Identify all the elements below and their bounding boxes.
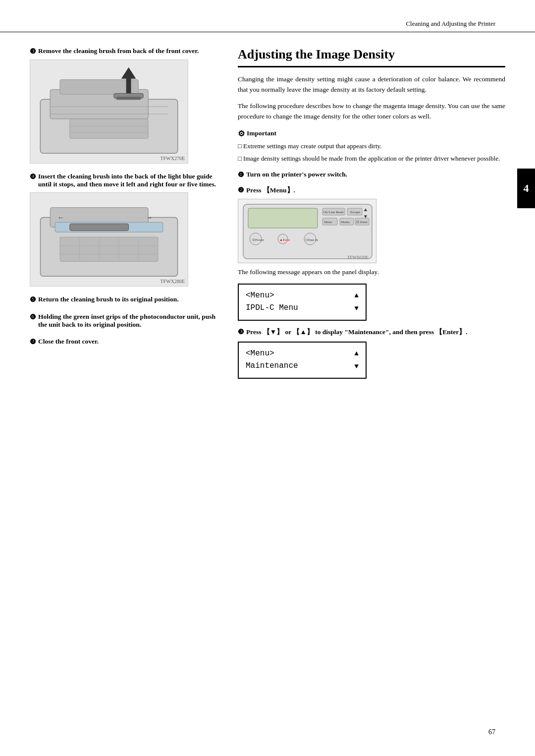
page-number: 67 [488, 728, 495, 736]
svg-rect-5 [116, 97, 141, 100]
svg-text:←: ← [57, 214, 64, 221]
important-item-1: Extreme settings may create output that … [238, 141, 505, 151]
lcd2-line-1: <Menu> ▲ [246, 348, 359, 360]
left-column: ❸ Remove the cleaning brush from back of… [30, 47, 218, 386]
right-step-1-header: ❶ Turn on the printer's power switch. [238, 171, 505, 179]
svg-rect-8 [70, 119, 148, 139]
svg-rect-25 [248, 208, 318, 228]
svg-text:Media: Media [341, 220, 350, 224]
right-step-2: ❷ Press 【Menu】. On·Line Reset Escape [238, 186, 505, 321]
right-step-3-text: Press 【▼】 or 【▲】 to display "Maintenance… [246, 328, 468, 337]
chapter-tab: 4 [517, 169, 535, 208]
left-step-7: ❼ Close the front cover. [30, 338, 218, 346]
right-step-1-text: Turn on the printer's power switch. [246, 171, 347, 179]
lcd2-line1-text: <Menu> [246, 348, 274, 360]
step-4-header: ❹ Insert the cleaning brush into the bac… [30, 173, 218, 188]
lcd-line-2: IPDL-C Menu ▼ [246, 302, 359, 315]
lcd1-line1-icon: ▲ [355, 290, 359, 301]
svg-text:→: → [146, 214, 153, 221]
step-7-header: ❼ Close the front cover. [30, 338, 218, 346]
panel-image: On·Line Reset Escape ▲ Menu Media ⊡ Ente… [238, 199, 376, 263]
right-step-3-num: ❸ [238, 328, 244, 337]
svg-text:TFWS020E: TFWS020E [347, 255, 369, 260]
step-3-header: ❸ Remove the cleaning brush from back of… [30, 47, 218, 56]
important-title: ⚙ Important [238, 129, 505, 138]
right-step-1-num: ❶ [238, 171, 244, 179]
step-3-image: TFWX270E [30, 59, 188, 164]
svg-text:◇Data In: ◇Data In [305, 238, 318, 242]
chapter-number: 4 [524, 182, 529, 195]
lcd2-line2-icon: ▼ [355, 361, 359, 372]
important-title-text: Important [247, 129, 276, 137]
right-step-3: ❸ Press 【▼】 or 【▲】 to display "Maintenan… [238, 328, 505, 379]
svg-text:On·Line Reset: On·Line Reset [323, 210, 343, 214]
important-box: ⚙ Important Extreme settings may create … [238, 129, 505, 164]
step-7-num: ❼ [30, 338, 36, 346]
right-step-2-num: ❷ [238, 186, 244, 195]
lcd1-line2-icon: ▼ [355, 303, 359, 314]
left-step-3: ❸ Remove the cleaning brush from back of… [30, 47, 218, 164]
right-column: Adjusting the Image Density Changing the… [238, 47, 505, 386]
svg-text:▲: ▲ [363, 207, 368, 212]
lcd2-line2-text: Maintenance [246, 360, 298, 373]
step-6-num: ❻ [30, 313, 36, 329]
step-5-num: ❺ [30, 295, 36, 304]
svg-rect-17 [60, 237, 158, 261]
step-4-image: ← → TFWX280E [30, 192, 188, 287]
lcd-line-1: <Menu> ▲ [246, 290, 359, 302]
step-3-text: Remove the cleaning brush from back of t… [38, 47, 199, 56]
right-step-1: ❶ Turn on the printer's power switch. [238, 171, 505, 179]
right-step-2-after-text: The following message appears on the pan… [238, 267, 505, 278]
lcd-display-2: <Menu> ▲ Maintenance ▼ [238, 342, 367, 379]
left-step-4: ❹ Insert the cleaning brush into the bac… [30, 173, 218, 287]
important-item-2: Image density settings should be made fr… [238, 154, 505, 164]
step-6-header: ❻ Holding the green inset grips of the p… [30, 313, 218, 329]
lcd1-line1-text: <Menu> [246, 290, 274, 302]
lcd2-line-2: Maintenance ▼ [246, 360, 359, 373]
right-step-2-text: Press 【Menu】. [246, 186, 295, 195]
important-icon: ⚙ [238, 129, 245, 138]
right-step-2-header: ❷ Press 【Menu】. [238, 186, 505, 195]
page-container: Cleaning and Adjusting the Printer 4 ❸ R… [0, 0, 535, 756]
svg-text:Escape: Escape [350, 210, 360, 214]
svg-text:Menu: Menu [324, 220, 332, 224]
svg-text:⊡ Enter: ⊡ Enter [356, 220, 368, 224]
left-step-5: ❺ Return the cleaning brush to its origi… [30, 295, 218, 304]
header-text: Cleaning and Adjusting the Printer [406, 20, 495, 27]
lcd1-line2-text: IPDL-C Menu [246, 302, 298, 315]
svg-text:⊙Power: ⊙Power [252, 238, 265, 242]
lcd-display-1: <Menu> ▲ IPDL-C Menu ▼ [238, 284, 367, 321]
right-step-3-header: ❸ Press 【▼】 or 【▲】 to display "Maintenan… [238, 328, 505, 337]
step-3-num: ❸ [30, 47, 36, 56]
intro-para-1: Changing the image density setting might… [238, 74, 505, 95]
step-5-header: ❺ Return the cleaning brush to its origi… [30, 295, 218, 304]
step-7-text: Close the front cover. [38, 338, 99, 346]
section-title: Adjusting the Image Density [238, 47, 505, 67]
left-step-6: ❻ Holding the green inset grips of the p… [30, 313, 218, 329]
step-4-text: Insert the cleaning brush into the back … [38, 173, 218, 188]
columns-wrapper: ❸ Remove the cleaning brush from back of… [0, 47, 535, 386]
image-caption-3: TFWX270E [160, 156, 185, 161]
step-4-num: ❹ [30, 173, 36, 188]
svg-text:▲Error: ▲Error [279, 238, 290, 242]
image-caption-4: TFWX280E [160, 279, 185, 284]
page-header: Cleaning and Adjusting the Printer [0, 20, 535, 32]
lcd2-line1-icon: ▲ [355, 348, 359, 359]
step-5-text: Return the cleaning brush to its origina… [38, 295, 179, 304]
intro-para-2: The following procedure describes how to… [238, 101, 505, 122]
svg-text:▼: ▼ [363, 214, 368, 219]
step-6-text: Holding the green inset grips of the pho… [38, 313, 218, 329]
svg-rect-14 [70, 224, 129, 231]
